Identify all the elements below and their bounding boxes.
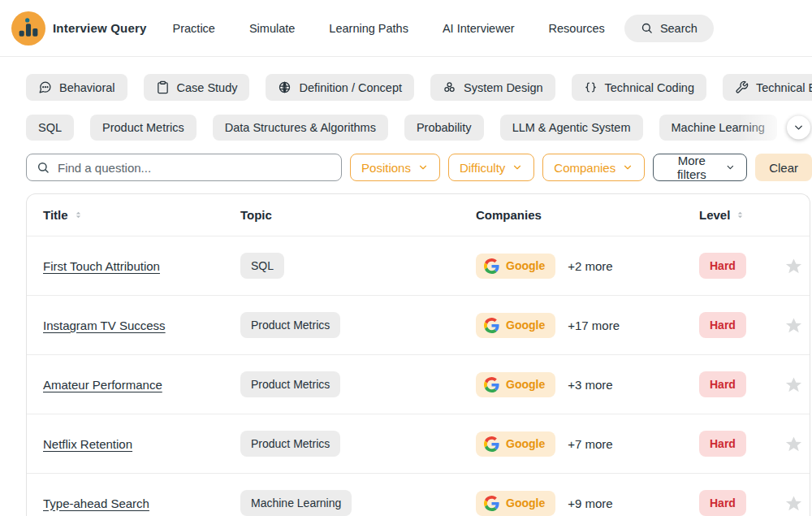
column-label: Companies: [476, 208, 542, 222]
company-name: Google: [506, 319, 545, 332]
topic-chip-data-structures-algorithms[interactable]: Data Structures & Algorithms: [213, 115, 388, 141]
topic-chip-sql[interactable]: SQL: [26, 115, 74, 141]
topic-tag: Product Metrics: [240, 312, 340, 338]
filter-chip-label: Case Study: [177, 81, 238, 94]
table-row: First Touch Attribution SQL Google +2 mo…: [27, 236, 810, 296]
level-badge: Hard: [699, 431, 746, 457]
google-logo-icon: [484, 496, 499, 511]
column-label: Level: [699, 208, 730, 222]
nav-item-resources[interactable]: Resources: [549, 22, 605, 35]
topic-chip-product-metrics[interactable]: Product Metrics: [90, 115, 197, 141]
question-search-box[interactable]: [26, 154, 342, 181]
topic-chip-machine-learning[interactable]: Machine Learning: [659, 115, 777, 141]
question-link[interactable]: Netflix Retention: [43, 437, 240, 451]
google-logo-icon: [484, 258, 499, 274]
companies-dropdown[interactable]: Companies: [542, 154, 645, 181]
nodes-icon: [443, 80, 456, 94]
column-label: Topic: [240, 208, 272, 222]
column-header-level[interactable]: Level: [699, 208, 775, 222]
topic-tag: Product Metrics: [240, 371, 340, 397]
company-chip-google[interactable]: Google: [476, 313, 555, 338]
table-row: Instagram TV Success Product Metrics Goo…: [27, 296, 810, 355]
filter-chip-label: Definition / Concept: [299, 81, 402, 94]
bookmark-star-icon[interactable]: [784, 257, 803, 275]
question-search-input[interactable]: [58, 161, 331, 175]
bookmark-star-icon[interactable]: [784, 494, 803, 513]
company-chip-google[interactable]: Google: [476, 431, 555, 457]
sort-icon: [735, 210, 745, 220]
level-badge: Hard: [699, 490, 746, 516]
clear-filters-button[interactable]: Clear: [755, 154, 812, 181]
topic-filter-row: SQL Product Metrics Data Structures & Al…: [0, 115, 812, 141]
difficulty-dropdown[interactable]: Difficulty: [448, 154, 534, 181]
more-filters-dropdown[interactable]: More filters: [653, 154, 747, 181]
topic-chip-llm-agentic-system[interactable]: LLM & Agentic System: [500, 115, 643, 141]
top-navbar: Interview Query Practice Simulate Learni…: [0, 0, 812, 57]
google-logo-icon: [484, 377, 499, 392]
question-link[interactable]: Amateur Performance: [43, 378, 240, 392]
braces-icon: [584, 80, 598, 94]
nav-item-practice[interactable]: Practice: [173, 22, 215, 35]
column-label: Title: [43, 208, 68, 222]
sort-icon: [73, 210, 84, 220]
question-link[interactable]: First Touch Attribution: [43, 259, 240, 273]
dropdown-label: More filters: [664, 154, 719, 181]
table-row: Netflix Retention Product Metrics Google…: [27, 414, 810, 474]
filter-chip-label: Behavioral: [59, 81, 115, 94]
level-badge: Hard: [699, 253, 746, 279]
expand-topics-button[interactable]: [787, 116, 810, 140]
chevron-down-icon: [793, 122, 805, 134]
company-name: Google: [506, 378, 545, 391]
company-chip-google[interactable]: Google: [476, 372, 555, 397]
dropdown-label: Difficulty: [460, 161, 505, 175]
bookmark-star-icon[interactable]: [784, 435, 803, 453]
main-nav: Practice Simulate Learning Paths AI Inte…: [173, 22, 605, 35]
column-header-title[interactable]: Title: [43, 208, 240, 222]
filter-chip-label: Technical Experience: [756, 81, 812, 94]
brain-icon: [278, 80, 292, 94]
filter-chip-definition-concept[interactable]: Definition / Concept: [266, 74, 414, 101]
brand-name[interactable]: Interview Query: [53, 21, 147, 35]
topic-chip-probability[interactable]: Probability: [404, 115, 484, 141]
question-link[interactable]: Instagram TV Success: [43, 319, 240, 332]
company-chip-google[interactable]: Google: [476, 254, 555, 279]
wrench-icon: [735, 80, 749, 94]
search-pill-label: Search: [660, 22, 698, 35]
nav-item-ai-interviewer[interactable]: AI Interviewer: [443, 22, 515, 35]
table-row: Amateur Performance Product Metrics Goog…: [27, 355, 810, 414]
filter-chip-label: System Design: [464, 81, 543, 94]
more-companies: +2 more: [568, 259, 612, 273]
bookmark-star-icon[interactable]: [784, 375, 803, 394]
company-name: Google: [506, 496, 545, 509]
table-row: Type-ahead Search Machine Learning Googl…: [27, 474, 810, 516]
clipboard-icon: [156, 80, 170, 94]
bookmark-star-icon[interactable]: [784, 316, 803, 335]
filter-chip-technical-coding[interactable]: Technical Coding: [572, 74, 706, 101]
filter-chip-case-study[interactable]: Case Study: [144, 74, 250, 101]
nav-item-simulate[interactable]: Simulate: [249, 22, 295, 35]
dropdown-label: Positions: [361, 161, 411, 175]
question-link[interactable]: Type-ahead Search: [43, 496, 240, 510]
dropdown-label: Companies: [554, 161, 615, 175]
interview-query-logo[interactable]: [11, 11, 45, 46]
topic-tag: SQL: [240, 253, 284, 279]
filter-chip-technical-experience[interactable]: Technical Experience: [723, 74, 812, 101]
chevron-down-icon: [725, 162, 736, 173]
filter-chip-system-design[interactable]: System Design: [430, 74, 555, 101]
more-companies: +7 more: [568, 437, 612, 451]
chevron-down-icon: [622, 162, 633, 173]
more-companies: +3 more: [568, 378, 612, 392]
company-chip-google[interactable]: Google: [476, 491, 555, 516]
chevron-down-icon: [512, 162, 523, 173]
topic-tag: Machine Learning: [240, 490, 352, 516]
filter-chip-behavioral[interactable]: Behavioral: [26, 74, 127, 101]
global-search-button[interactable]: Search: [624, 15, 714, 42]
positions-dropdown[interactable]: Positions: [350, 154, 440, 181]
google-logo-icon: [484, 318, 499, 333]
company-name: Google: [506, 437, 545, 450]
search-icon: [37, 161, 50, 174]
search-icon: [641, 22, 653, 34]
nav-item-learning-paths[interactable]: Learning Paths: [329, 22, 408, 35]
column-header-companies: Companies: [476, 208, 699, 222]
level-badge: Hard: [699, 312, 746, 338]
